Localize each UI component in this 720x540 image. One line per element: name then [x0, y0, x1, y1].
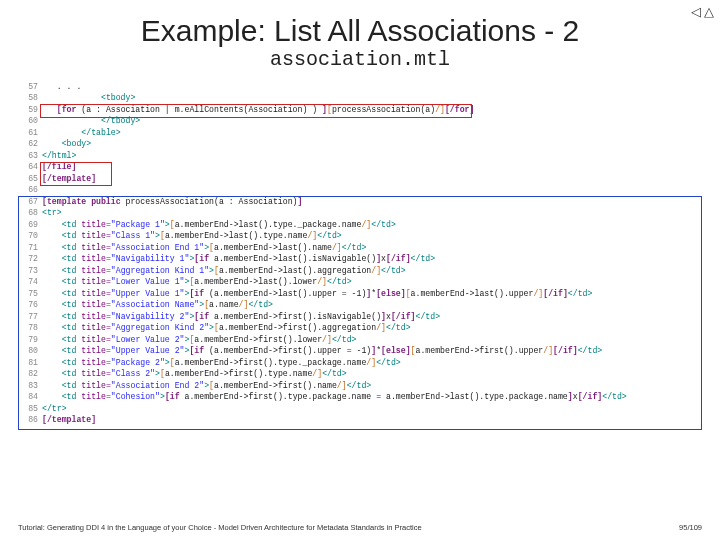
- code-line: 72 <td title="Navigability 1">[if a.memb…: [18, 253, 702, 264]
- line-number: 66: [18, 184, 42, 195]
- footer-page: 95/109: [679, 523, 702, 532]
- code-line: 65[/template]: [18, 173, 702, 184]
- line-number: 80: [18, 345, 42, 356]
- line-number: 74: [18, 276, 42, 287]
- code-line: 86[/template]: [18, 414, 702, 425]
- code-line: 77 <td title="Navigability 2">[if a.memb…: [18, 311, 702, 322]
- code-line: 61 </table>: [18, 127, 702, 138]
- code-line: 62 <body>: [18, 138, 702, 149]
- code-line: 60 </tbody>: [18, 115, 702, 126]
- footer-text: Tutorial: Generating DDI 4 in the Langua…: [18, 523, 422, 532]
- line-number: 63: [18, 150, 42, 161]
- line-content: <td title="Association End 1">[a.memberE…: [42, 242, 702, 253]
- line-number: 69: [18, 219, 42, 230]
- line-content: </html>: [42, 150, 702, 161]
- line-content: <td title="Class 1">[a.memberEnd->last()…: [42, 230, 702, 241]
- code-line: 69 <td title="Package 1">[a.memberEnd->l…: [18, 219, 702, 230]
- next-icon[interactable]: △: [704, 4, 714, 19]
- line-content: </tr>: [42, 403, 702, 414]
- line-number: 61: [18, 127, 42, 138]
- line-number: 73: [18, 265, 42, 276]
- line-number: 59: [18, 104, 42, 115]
- line-content: . . .: [42, 81, 702, 92]
- line-content: <td title="Upper Value 2">[if (a.memberE…: [42, 345, 702, 356]
- code-line: 70 <td title="Class 1">[a.memberEnd->las…: [18, 230, 702, 241]
- line-content: <td title="Cohesion">[if a.memberEnd->fi…: [42, 391, 702, 402]
- line-content: <td title="Lower Value 2">[a.memberEnd->…: [42, 334, 702, 345]
- code-line: 74 <td title="Lower Value 1">[a.memberEn…: [18, 276, 702, 287]
- line-content: [template public processAssociation(a : …: [42, 196, 702, 207]
- line-number: 64: [18, 161, 42, 172]
- line-number: 82: [18, 368, 42, 379]
- line-content: [/template]: [42, 414, 702, 425]
- code-line: 57 . . .: [18, 81, 702, 92]
- line-content: <td title="Navigability 1">[if a.memberE…: [42, 253, 702, 264]
- code-line: 81 <td title="Package 2">[a.memberEnd->f…: [18, 357, 702, 368]
- line-content: <td title="Upper Value 1">[if (a.memberE…: [42, 288, 702, 299]
- line-content: <td title="Package 2">[a.memberEnd->firs…: [42, 357, 702, 368]
- line-content: [/file]: [42, 161, 702, 172]
- slide-title: Example: List All Associations - 2: [0, 14, 720, 48]
- code-line: 58 <tbody>: [18, 92, 702, 103]
- line-content: <td title="Association Name">[a.name/]</…: [42, 299, 702, 310]
- code-line: 67[template public processAssociation(a …: [18, 196, 702, 207]
- line-content: [/template]: [42, 173, 702, 184]
- code-line: 78 <td title="Aggregation Kind 2">[a.mem…: [18, 322, 702, 333]
- line-number: 68: [18, 207, 42, 218]
- code-line: 66: [18, 184, 702, 195]
- line-number: 79: [18, 334, 42, 345]
- line-number: 75: [18, 288, 42, 299]
- code-line: 63</html>: [18, 150, 702, 161]
- line-content: <td title="Navigability 2">[if a.memberE…: [42, 311, 702, 322]
- line-number: 85: [18, 403, 42, 414]
- line-content: <tbody>: [42, 92, 702, 103]
- line-content: <td title="Class 2">[a.memberEnd->first(…: [42, 368, 702, 379]
- code-line: 83 <td title="Association End 2">[a.memb…: [18, 380, 702, 391]
- line-number: 57: [18, 81, 42, 92]
- line-content: <td title="Lower Value 1">[a.memberEnd->…: [42, 276, 702, 287]
- code-line: 76 <td title="Association Name">[a.name/…: [18, 299, 702, 310]
- line-number: 83: [18, 380, 42, 391]
- line-number: 71: [18, 242, 42, 253]
- line-number: 72: [18, 253, 42, 264]
- line-content: </table>: [42, 127, 702, 138]
- line-number: 67: [18, 196, 42, 207]
- code-line: 82 <td title="Class 2">[a.memberEnd->fir…: [18, 368, 702, 379]
- line-content: </tbody>: [42, 115, 702, 126]
- prev-icon[interactable]: ◁: [691, 4, 701, 19]
- code-line: 59 [for (a : Association | m.eAllContent…: [18, 104, 702, 115]
- line-content: <td title="Package 1">[a.memberEnd->last…: [42, 219, 702, 230]
- nav-controls: ◁ △: [691, 4, 714, 19]
- line-number: 86: [18, 414, 42, 425]
- code-line: 75 <td title="Upper Value 1">[if (a.memb…: [18, 288, 702, 299]
- line-number: 77: [18, 311, 42, 322]
- code-line: 68<tr>: [18, 207, 702, 218]
- code-line: 71 <td title="Association End 1">[a.memb…: [18, 242, 702, 253]
- line-number: 76: [18, 299, 42, 310]
- slide-subtitle: association.mtl: [0, 48, 720, 71]
- slide-footer: Tutorial: Generating DDI 4 in the Langua…: [18, 523, 702, 532]
- line-number: 62: [18, 138, 42, 149]
- line-content: <td title="Association End 2">[a.memberE…: [42, 380, 702, 391]
- line-content: <tr>: [42, 207, 702, 218]
- code-line: 73 <td title="Aggregation Kind 1">[a.mem…: [18, 265, 702, 276]
- code-line: 80 <td title="Upper Value 2">[if (a.memb…: [18, 345, 702, 356]
- line-number: 60: [18, 115, 42, 126]
- code-line: 79 <td title="Lower Value 2">[a.memberEn…: [18, 334, 702, 345]
- code-line: 64[/file]: [18, 161, 702, 172]
- line-number: 70: [18, 230, 42, 241]
- line-number: 65: [18, 173, 42, 184]
- line-content: <td title="Aggregation Kind 1">[a.member…: [42, 265, 702, 276]
- line-content: <td title="Aggregation Kind 2">[a.member…: [42, 322, 702, 333]
- line-number: 78: [18, 322, 42, 333]
- line-number: 58: [18, 92, 42, 103]
- line-number: 84: [18, 391, 42, 402]
- line-content: [for (a : Association | m.eAllContents(A…: [42, 104, 702, 115]
- code-line: 85</tr>: [18, 403, 702, 414]
- code-line: 84 <td title="Cohesion">[if a.memberEnd-…: [18, 391, 702, 402]
- line-content: <body>: [42, 138, 702, 149]
- line-number: 81: [18, 357, 42, 368]
- code-viewer: 57 . . .58 <tbody>59 [for (a : Associati…: [18, 81, 702, 426]
